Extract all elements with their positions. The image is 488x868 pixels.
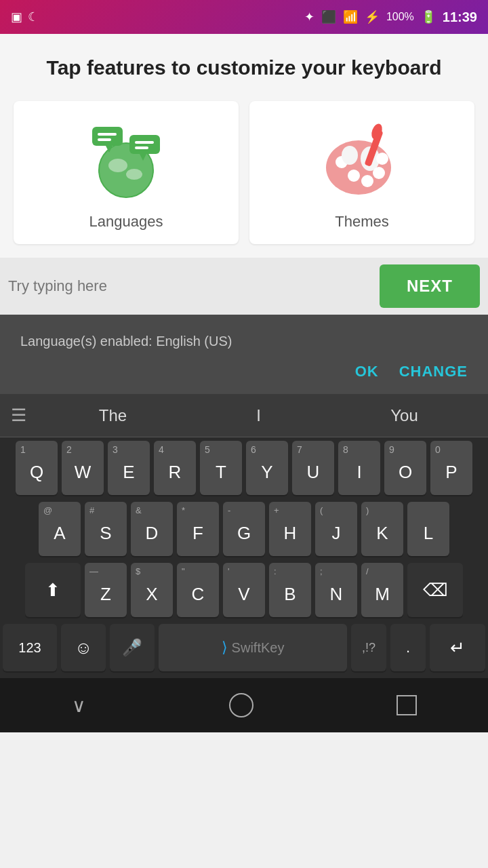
keyboard-menu-icon[interactable]: ☰ (11, 405, 26, 426)
key-f[interactable]: * F (177, 502, 219, 556)
signal-icon: ⬛ (321, 9, 336, 24)
emoji-key[interactable]: ☺ (61, 624, 106, 671)
languages-label: Languages (89, 213, 163, 231)
status-time: 11:39 (443, 9, 477, 25)
key-x[interactable]: $ X (131, 563, 173, 617)
battery-icon: 🔋 (421, 9, 436, 24)
svg-point-18 (361, 175, 373, 187)
back-nav-icon[interactable]: ∨ (72, 694, 86, 717)
svg-point-17 (348, 170, 360, 182)
swiftkey-logo: ⟩ SwiftKey (222, 639, 285, 656)
key-m[interactable]: / M (361, 563, 403, 617)
backspace-key[interactable]: ⌫ (407, 563, 463, 617)
key-row-4: 123 ☺ 🎤 ⟩ SwiftKey ,!? . ↵ (0, 620, 488, 678)
languages-icon (85, 121, 167, 203)
recent-nav-icon[interactable] (396, 695, 417, 715)
key-u[interactable]: 7 U (292, 441, 334, 495)
key-h[interactable]: + H (269, 502, 311, 556)
svg-rect-4 (92, 127, 123, 146)
key-w[interactable]: 2 W (62, 441, 104, 495)
key-d[interactable]: & D (131, 502, 173, 556)
suggestion-you[interactable]: You (331, 406, 477, 425)
key-v[interactable]: ' V (223, 563, 265, 617)
key-row-2: @ A # S & D * F - G + H ( J ) K (0, 498, 488, 559)
svg-point-21 (342, 146, 358, 165)
status-left-icons: ▣ ☾ (11, 9, 39, 24)
next-button[interactable]: NEXT (380, 264, 480, 308)
key-a[interactable]: @ A (39, 502, 81, 556)
key-b[interactable]: : B (269, 563, 311, 617)
svg-rect-11 (135, 146, 148, 149)
key-i[interactable]: 8 I (338, 441, 380, 495)
battery-percent: 100% (386, 11, 414, 23)
themes-icon (321, 121, 403, 203)
suggestion-the[interactable]: The (40, 406, 186, 425)
key-k[interactable]: ) K (361, 502, 403, 556)
word-suggestions-bar: ☰ The I You (0, 394, 488, 437)
screen-icon: ▣ (11, 9, 22, 24)
themes-label: Themes (335, 213, 388, 231)
key-p[interactable]: 0 P (430, 441, 472, 495)
key-l[interactable]: L (407, 502, 449, 556)
key-c[interactable]: " C (177, 563, 219, 617)
language-actions: OK CHANGE (20, 363, 468, 380)
key-row-1: 1 Q 2 W 3 E 4 R 5 T 6 Y 7 U 8 I (0, 437, 488, 498)
page-title: Tap features to customize your keyboard (14, 54, 474, 81)
keyboard-area: ☰ The I You 1 Q 2 W 3 E 4 R 5 T 6 Y (0, 394, 488, 678)
key-s[interactable]: # S (85, 502, 127, 556)
key-r[interactable]: 4 R (154, 441, 196, 495)
svg-point-20 (376, 153, 388, 165)
numbers-key[interactable]: 123 (3, 624, 57, 671)
key-e[interactable]: 3 E (108, 441, 150, 495)
input-area: NEXT (0, 258, 488, 315)
language-bar: Language(s) enabled: English (US) OK CHA… (0, 315, 488, 394)
key-row-3: ⬆ — Z $ X " C ' V : B ; N / M (0, 559, 488, 620)
feature-cards: Languages Themes (14, 101, 474, 244)
home-nav-icon[interactable] (229, 693, 253, 717)
themes-card[interactable]: Themes (249, 101, 474, 244)
languages-card[interactable]: Languages (14, 101, 239, 244)
battery-save-icon: ⚡ (365, 9, 380, 24)
svg-rect-9 (98, 138, 111, 141)
svg-point-3 (126, 169, 142, 180)
svg-rect-6 (129, 135, 160, 154)
language-text: Language(s) enabled: English (US) (20, 334, 468, 349)
shift-key[interactable]: ⬆ (25, 563, 81, 617)
wifi-icon: 📶 (343, 9, 358, 24)
key-n[interactable]: ; N (315, 563, 357, 617)
suggestion-i[interactable]: I (186, 406, 331, 425)
key-y[interactable]: 6 Y (246, 441, 288, 495)
key-j[interactable]: ( J (315, 502, 357, 556)
notification-icon: ☾ (28, 9, 39, 24)
space-key[interactable]: ⟩ SwiftKey (159, 624, 347, 671)
bottom-nav: ∨ (0, 678, 488, 732)
main-content: Tap features to customize your keyboard (0, 34, 488, 258)
key-t[interactable]: 5 T (200, 441, 242, 495)
svg-point-2 (108, 159, 127, 172)
key-g[interactable]: - G (223, 502, 265, 556)
key-o[interactable]: 9 O (384, 441, 426, 495)
key-q[interactable]: 1 Q (16, 441, 58, 495)
svg-point-19 (373, 167, 385, 179)
svg-rect-10 (135, 141, 154, 144)
ok-button[interactable]: OK (355, 363, 379, 380)
key-z[interactable]: — Z (85, 563, 127, 617)
period-key[interactable]: . (390, 624, 426, 671)
change-button[interactable]: CHANGE (399, 363, 468, 380)
typing-input[interactable] (8, 271, 373, 302)
status-bar: ▣ ☾ ✦ ⬛ 📶 ⚡ 100% 🔋 11:39 (0, 0, 488, 34)
bluetooth-icon: ✦ (304, 9, 314, 24)
enter-key[interactable]: ↵ (430, 624, 485, 671)
mic-key[interactable]: 🎤 (110, 624, 155, 671)
exclaim-key[interactable]: ,!? (351, 624, 386, 671)
svg-rect-8 (98, 133, 117, 136)
